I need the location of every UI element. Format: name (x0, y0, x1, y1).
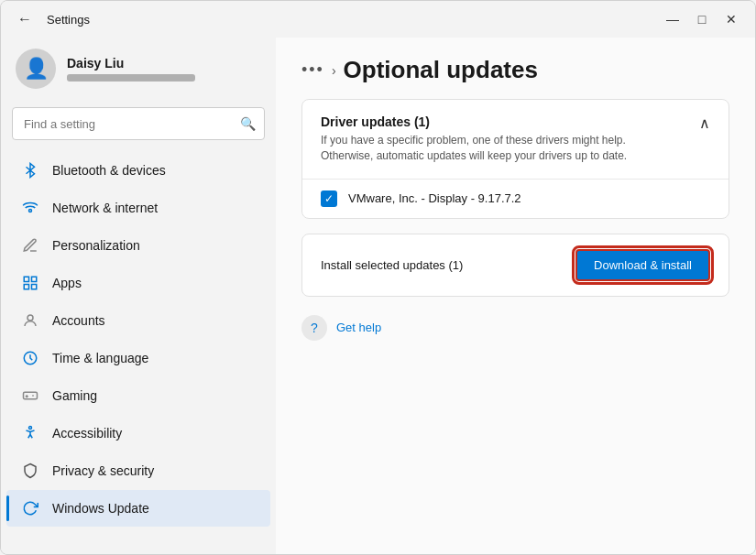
user-info: Daisy Liu (67, 56, 195, 82)
sidebar-label-personalization: Personalization (52, 238, 140, 253)
download-install-button[interactable]: Download & install (575, 249, 710, 281)
sidebar-item-accessibility[interactable]: Accessibility (6, 415, 270, 452)
main-content: 👤 Daisy Liu 🔍 Bluetooth & devices (1, 38, 755, 554)
sidebar-item-time[interactable]: Time & language (6, 340, 270, 376)
sidebar-item-gaming[interactable]: Gaming (6, 377, 270, 414)
search-input[interactable] (12, 107, 265, 140)
card-header: Driver updates (1) If you have a specifi… (302, 100, 729, 179)
driver-updates-card: Driver updates (1) If you have a specifi… (301, 99, 729, 219)
svg-point-5 (27, 315, 33, 321)
sidebar-item-bluetooth[interactable]: Bluetooth & devices (6, 152, 270, 189)
driver-item: ✓ VMware, Inc. - Display - 9.17.7.2 (302, 179, 729, 218)
breadcrumb: ••• › Optional updates (301, 56, 729, 84)
sidebar-label-gaming: Gaming (52, 388, 97, 403)
sidebar-label-apps: Apps (52, 276, 82, 290)
sidebar-label-network: Network & internet (52, 201, 158, 215)
card-header-text: Driver updates (1) If you have a specifi… (321, 114, 669, 164)
get-help-section[interactable]: ? Get help (301, 315, 729, 341)
search-box: 🔍 (12, 107, 265, 140)
windows-update-icon (21, 499, 39, 517)
search-icon: 🔍 (240, 116, 256, 131)
svg-point-0 (29, 210, 32, 212)
sidebar-label-accessibility: Accessibility (52, 426, 122, 441)
avatar-icon: 👤 (24, 57, 49, 81)
install-footer: Install selected updates (1) Download & … (301, 234, 729, 297)
driver-checkbox[interactable]: ✓ (321, 190, 337, 207)
svg-rect-1 (24, 277, 28, 281)
maximize-button[interactable]: □ (689, 6, 715, 32)
app-title: Settings (47, 13, 90, 27)
sidebar-nav: Bluetooth & devices Network & internet P… (1, 151, 276, 528)
privacy-icon (21, 462, 39, 480)
sidebar-item-accounts[interactable]: Accounts (6, 302, 270, 339)
install-label: Install selected updates (1) (321, 258, 463, 272)
driver-section-desc: If you have a specific problem, one of t… (321, 133, 669, 164)
accessibility-icon (21, 424, 39, 442)
title-bar: ← Settings — □ ✕ (1, 1, 755, 38)
back-button[interactable]: ← (12, 6, 38, 32)
avatar: 👤 (16, 49, 56, 89)
sidebar-label-privacy: Privacy & security (52, 463, 154, 478)
sidebar-label-windows-update: Windows Update (52, 501, 149, 516)
breadcrumb-arrow: › (332, 63, 336, 78)
sidebar-item-privacy[interactable]: Privacy & security (6, 452, 270, 489)
apps-icon (21, 274, 39, 292)
svg-rect-3 (24, 285, 28, 289)
checkbox-check-icon: ✓ (324, 192, 334, 205)
svg-rect-4 (32, 285, 37, 289)
network-icon (21, 199, 39, 217)
settings-window: ← Settings — □ ✕ 👤 Daisy Liu (0, 0, 756, 555)
sidebar-label-bluetooth: Bluetooth & devices (52, 163, 166, 178)
svg-point-8 (29, 427, 32, 430)
personalization-icon (21, 236, 39, 255)
driver-name: VMware, Inc. - Display - 9.17.7.2 (348, 191, 521, 205)
close-button[interactable]: ✕ (718, 6, 744, 32)
user-email-bar (67, 74, 195, 82)
sidebar-item-windows-update[interactable]: Windows Update (6, 490, 270, 527)
user-name: Daisy Liu (67, 56, 195, 71)
svg-rect-2 (32, 277, 37, 281)
title-bar-left: ← Settings (12, 6, 90, 32)
collapse-button[interactable]: ∧ (699, 114, 710, 132)
page-title: Optional updates (344, 56, 538, 84)
driver-section-title: Driver updates (1) (321, 114, 669, 129)
bluetooth-icon (21, 161, 39, 180)
sidebar-label-time: Time & language (52, 351, 148, 365)
sidebar-item-network[interactable]: Network & internet (6, 190, 270, 226)
accounts-icon (21, 311, 39, 330)
get-help-icon: ? (301, 315, 327, 341)
minimize-button[interactable]: — (660, 6, 685, 32)
sidebar: 👤 Daisy Liu 🔍 Bluetooth & devices (1, 38, 276, 554)
sidebar-item-apps[interactable]: Apps (6, 265, 270, 301)
main-panel: ••• › Optional updates Driver updates (1… (276, 38, 755, 554)
user-section: 👤 Daisy Liu (1, 38, 276, 100)
breadcrumb-dots[interactable]: ••• (301, 60, 324, 80)
get-help-text[interactable]: Get help (336, 321, 381, 334)
sidebar-label-accounts: Accounts (52, 313, 105, 328)
gaming-icon (21, 386, 39, 405)
time-icon (21, 349, 39, 367)
window-controls: — □ ✕ (660, 6, 744, 32)
sidebar-item-personalization[interactable]: Personalization (6, 227, 270, 264)
